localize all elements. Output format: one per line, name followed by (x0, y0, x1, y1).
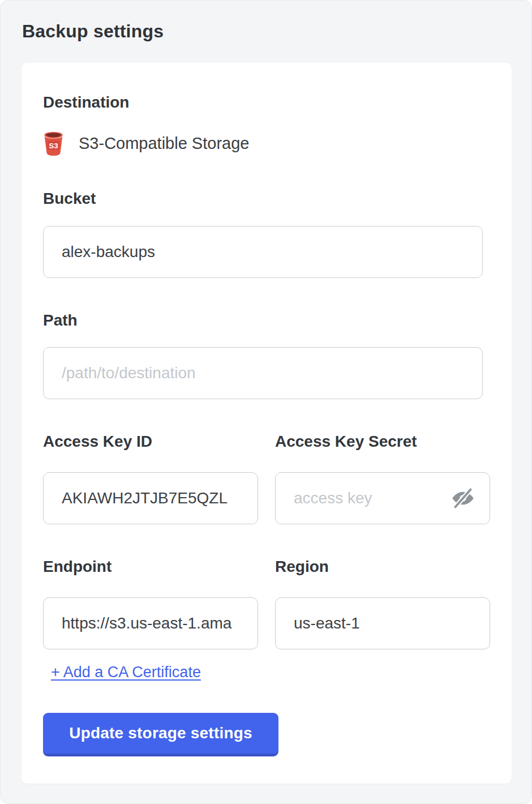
bucket-input[interactable] (43, 226, 483, 278)
backup-settings-card: Destination S3 S3-Compatible Storage Buc… (22, 63, 512, 784)
destination-row: S3 S3-Compatible Storage (43, 131, 490, 156)
s3-bucket-icon: S3 (43, 131, 64, 156)
add-ca-certificate-link[interactable]: + Add a CA Certificate (51, 664, 201, 681)
bucket-label: Bucket (43, 190, 490, 208)
access-keys-row: Access Key ID Access Key Secret (43, 433, 490, 524)
access-key-secret-field: Access Key Secret (275, 433, 490, 524)
toggle-secret-visibility-button[interactable] (449, 485, 477, 512)
svg-text:S3: S3 (49, 141, 58, 149)
access-key-id-input[interactable] (43, 472, 258, 524)
endpoint-field: Endpoint (43, 558, 258, 649)
page-title: Backup settings (1, 1, 531, 42)
endpoint-input[interactable] (43, 597, 258, 649)
destination-value: S3-Compatible Storage (79, 134, 249, 153)
access-key-secret-label: Access Key Secret (275, 433, 490, 451)
region-label: Region (275, 558, 490, 576)
access-key-id-field: Access Key ID (43, 433, 258, 524)
path-label: Path (43, 312, 490, 330)
region-input[interactable] (275, 597, 490, 649)
bucket-field: Bucket (43, 190, 490, 278)
update-storage-settings-button[interactable]: Update storage settings (43, 713, 278, 756)
endpoint-region-row: Endpoint Region (43, 558, 490, 649)
backup-settings-page: Backup settings Destination S3 S3-Compat… (0, 0, 532, 804)
endpoint-label: Endpoint (43, 558, 258, 576)
eye-slash-icon (451, 486, 475, 511)
region-field: Region (275, 558, 490, 649)
destination-label: Destination (43, 94, 490, 112)
path-input[interactable] (43, 347, 483, 399)
access-key-id-label: Access Key ID (43, 433, 258, 451)
path-field: Path (43, 312, 490, 400)
